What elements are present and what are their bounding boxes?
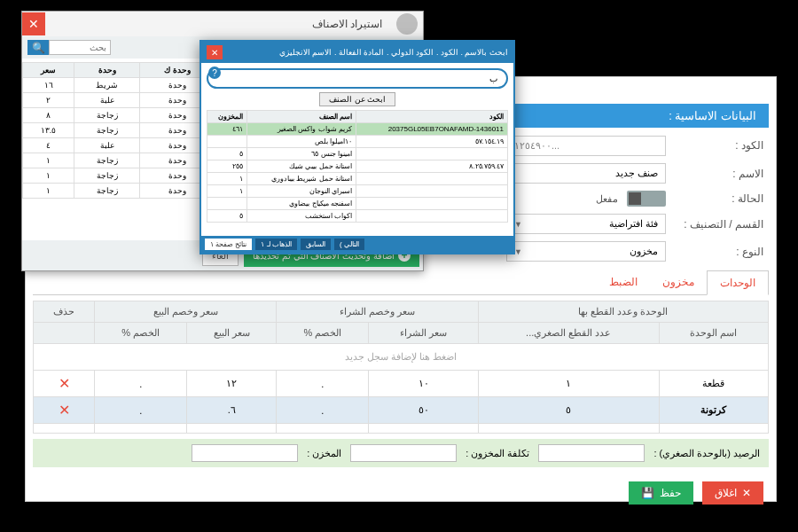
- import-title: استيراد الاصناف: [45, 13, 391, 35]
- search-dialog: ابحث بالاسم . الكود . الكود الدولي . الم…: [200, 40, 515, 254]
- new-record-row[interactable]: اضغط هنا لإضافة سجل جديد: [34, 344, 769, 371]
- grid-header: الكود: [356, 111, 507, 123]
- grid-row[interactable]: قطعة ١ ١٠ . ١٢ . ✕: [34, 371, 769, 397]
- import-close-button[interactable]: ✕: [22, 12, 45, 35]
- search-result-row[interactable]: ٥٧.١٥٤.١٩١٠اميلوا بلص: [207, 136, 508, 148]
- search-dialog-title: ابحث بالاسم . الكود . الكود الدولي . الم…: [279, 48, 508, 57]
- search-result-row[interactable]: اسفنجه ميكياج بيضاوي: [207, 198, 508, 210]
- balance-bar: الرصيد (بالوحدة الصغري) : تكلفة المخزون …: [33, 439, 769, 467]
- code-label: الكود :: [675, 139, 763, 152]
- search-close-button[interactable]: ✕: [207, 45, 223, 59]
- tabs: الوحدات مخزون الضبط: [33, 270, 769, 295]
- tab-stock[interactable]: مخزون: [650, 270, 707, 294]
- search-result-row[interactable]: ٨.٢٥.٧٥٩.٤٧استانة حمل بيبي شيك٢٥٥: [207, 160, 508, 173]
- close-button[interactable]: ✕ اغلاق: [702, 481, 763, 505]
- status-toggle[interactable]: [627, 191, 666, 207]
- code-input[interactable]: ١٢٥٤٩٠٠...: [506, 136, 666, 156]
- grid-header: حذف: [34, 301, 95, 323]
- grid-header: اسم الوحدة: [659, 323, 768, 344]
- store-input[interactable]: [192, 444, 298, 462]
- search-result-row[interactable]: اكواب استخشب٥: [207, 210, 508, 223]
- import-search-input[interactable]: [49, 40, 111, 55]
- chevron-down-icon: ▼: [514, 247, 522, 256]
- grid-header: الوحدة وعدد القطع بها: [478, 301, 768, 323]
- search-result-row[interactable]: 20375GL05EB7ONAFAMD-1436011كريم شواب واك…: [207, 123, 508, 136]
- grid-header: سعر وخصم الشراء: [277, 301, 479, 323]
- search-result-row[interactable]: امينوا جنس ٦٥٥: [207, 148, 508, 160]
- search-result-row[interactable]: اسبراي النوجان١: [207, 185, 508, 198]
- save-icon: 💾: [641, 487, 654, 499]
- category-label: القسم / التصنيف :: [675, 218, 763, 231]
- chevron-down-icon: ▼: [514, 220, 522, 229]
- search-input[interactable]: [207, 68, 508, 89]
- close-icon: ✕: [742, 487, 751, 499]
- grid-row[interactable]: كرتونة ٥ ٥٠ . ٦. . ✕: [34, 397, 769, 424]
- grid-header: سعر وخصم البيع: [95, 301, 277, 323]
- tab-settings[interactable]: الضبط: [597, 270, 650, 294]
- prev-button[interactable]: السابق: [301, 239, 331, 250]
- category-value: فئة افتراضية: [609, 218, 658, 230]
- type-dropdown[interactable]: مخزون ▼: [506, 241, 666, 262]
- cost-label: تكلفة المخزون :: [466, 448, 529, 459]
- help-icon[interactable]: ?: [208, 66, 221, 79]
- name-input[interactable]: صنف جديد: [506, 163, 666, 184]
- name-label: الاسم :: [675, 168, 763, 180]
- grid-header: وحدة: [74, 63, 140, 78]
- grid-header: الخصم %: [277, 323, 369, 344]
- grid-header: الخصم %: [95, 323, 187, 344]
- next-button[interactable]: ( التالي: [334, 239, 364, 250]
- search-icon[interactable]: 🔍: [27, 40, 49, 55]
- grid-header: سعر الشراء: [369, 323, 478, 344]
- status-text: مفعل: [596, 193, 618, 205]
- cost-input[interactable]: [350, 444, 457, 462]
- category-dropdown[interactable]: فئة افتراضية ▼: [506, 214, 666, 234]
- goto-button[interactable]: الذهاب لـ ١: [255, 239, 296, 250]
- units-grid: الوحدة وعدد القطع بها سعر وخصم الشراء سع…: [33, 301, 769, 434]
- tab-units[interactable]: الوحدات: [707, 270, 769, 295]
- grid-header: سعر: [23, 63, 74, 78]
- search-results-grid: الكوداسم الصنفالمخزون 20375GL05EB7ONAFAM…: [207, 110, 508, 223]
- save-button[interactable]: حفظ 💾: [629, 481, 693, 505]
- grid-header: المخزون: [207, 111, 247, 123]
- grid-header: سعر البيع: [187, 323, 277, 344]
- results-summary: نتائج صفحة ١: [205, 239, 252, 250]
- delete-row-button[interactable]: ✕: [34, 371, 95, 397]
- store-label: المخزن :: [307, 448, 341, 459]
- grid-header: عدد القطع الصغري...: [478, 323, 659, 344]
- balance-label: الرصيد (بالوحدة الصغري) :: [653, 448, 760, 459]
- app-logo-icon: [396, 13, 418, 35]
- search-result-row[interactable]: استانة حمل شيريط بيبادوري١: [207, 173, 508, 185]
- type-value: مخزون: [630, 246, 658, 257]
- grid-row[interactable]: [34, 424, 769, 434]
- type-label: النوع :: [675, 246, 763, 258]
- grid-header: اسم الصنف: [247, 111, 356, 123]
- search-pager: نتائج صفحة ١ الذهاب لـ ١ السابق ( التالي: [201, 236, 513, 253]
- status-label: الحالة :: [675, 192, 763, 205]
- delete-row-button[interactable]: ✕: [34, 397, 95, 424]
- balance-input[interactable]: [538, 444, 645, 462]
- search-button[interactable]: ابحث عن الصنف: [319, 92, 395, 106]
